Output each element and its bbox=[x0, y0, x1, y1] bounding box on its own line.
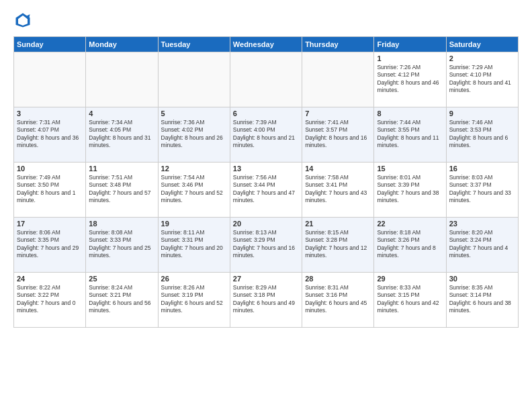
day-info: Sunrise: 7:39 AM Sunset: 4:00 PM Dayligh… bbox=[233, 119, 299, 150]
logo-icon bbox=[13, 11, 32, 30]
calendar: SundayMondayTuesdayWednesdayThursdayFrid… bbox=[13, 36, 519, 328]
day-info: Sunrise: 7:31 AM Sunset: 4:07 PM Dayligh… bbox=[17, 119, 83, 150]
calendar-week-row: 1Sunrise: 7:26 AM Sunset: 4:12 PM Daylig… bbox=[14, 52, 519, 107]
calendar-cell: 26Sunrise: 8:26 AM Sunset: 3:19 PM Dayli… bbox=[158, 273, 230, 328]
day-number: 22 bbox=[377, 220, 443, 228]
weekday-header: Sunday bbox=[14, 37, 86, 52]
day-info: Sunrise: 8:29 AM Sunset: 3:18 PM Dayligh… bbox=[233, 284, 299, 315]
calendar-cell: 7Sunrise: 7:41 AM Sunset: 3:57 PM Daylig… bbox=[302, 107, 374, 163]
calendar-cell bbox=[230, 52, 302, 107]
day-info: Sunrise: 7:44 AM Sunset: 3:55 PM Dayligh… bbox=[377, 119, 443, 150]
calendar-week-row: 3Sunrise: 7:31 AM Sunset: 4:07 PM Daylig… bbox=[14, 107, 519, 163]
calendar-cell bbox=[14, 52, 86, 107]
weekday-header: Wednesday bbox=[230, 37, 302, 52]
weekday-header: Friday bbox=[374, 37, 446, 52]
calendar-cell: 30Sunrise: 8:35 AM Sunset: 3:14 PM Dayli… bbox=[446, 273, 518, 328]
day-info: Sunrise: 8:06 AM Sunset: 3:35 PM Dayligh… bbox=[17, 229, 83, 260]
day-number: 21 bbox=[305, 220, 371, 228]
day-number: 4 bbox=[89, 109, 154, 118]
day-number: 2 bbox=[449, 54, 515, 62]
day-info: Sunrise: 7:58 AM Sunset: 3:41 PM Dayligh… bbox=[305, 174, 371, 205]
calendar-cell: 3Sunrise: 7:31 AM Sunset: 4:07 PM Daylig… bbox=[14, 107, 86, 163]
day-info: Sunrise: 7:34 AM Sunset: 4:05 PM Dayligh… bbox=[89, 119, 154, 150]
day-number: 8 bbox=[377, 109, 443, 118]
calendar-cell: 2Sunrise: 7:29 AM Sunset: 4:10 PM Daylig… bbox=[446, 52, 518, 107]
day-number: 6 bbox=[233, 109, 299, 118]
calendar-cell: 20Sunrise: 8:13 AM Sunset: 3:29 PM Dayli… bbox=[230, 218, 302, 273]
calendar-cell: 17Sunrise: 8:06 AM Sunset: 3:35 PM Dayli… bbox=[14, 218, 86, 273]
day-info: Sunrise: 8:18 AM Sunset: 3:26 PM Dayligh… bbox=[377, 229, 443, 260]
weekday-header: Thursday bbox=[302, 37, 374, 52]
calendar-cell: 14Sunrise: 7:58 AM Sunset: 3:41 PM Dayli… bbox=[302, 163, 374, 218]
day-number: 28 bbox=[305, 275, 371, 283]
day-number: 24 bbox=[17, 275, 83, 283]
day-info: Sunrise: 7:54 AM Sunset: 3:46 PM Dayligh… bbox=[161, 174, 227, 205]
calendar-cell: 10Sunrise: 7:49 AM Sunset: 3:50 PM Dayli… bbox=[14, 163, 86, 218]
calendar-cell: 15Sunrise: 8:01 AM Sunset: 3:39 PM Dayli… bbox=[374, 163, 446, 218]
day-info: Sunrise: 8:08 AM Sunset: 3:33 PM Dayligh… bbox=[89, 229, 154, 260]
calendar-week-row: 24Sunrise: 8:22 AM Sunset: 3:22 PM Dayli… bbox=[14, 273, 519, 328]
day-info: Sunrise: 7:49 AM Sunset: 3:50 PM Dayligh… bbox=[17, 174, 83, 205]
day-info: Sunrise: 7:29 AM Sunset: 4:10 PM Dayligh… bbox=[449, 64, 515, 95]
calendar-week-row: 17Sunrise: 8:06 AM Sunset: 3:35 PM Dayli… bbox=[14, 218, 519, 273]
day-info: Sunrise: 7:51 AM Sunset: 3:48 PM Dayligh… bbox=[89, 174, 154, 205]
day-number: 14 bbox=[305, 165, 371, 173]
day-info: Sunrise: 8:35 AM Sunset: 3:14 PM Dayligh… bbox=[449, 284, 515, 315]
day-number: 15 bbox=[377, 165, 443, 173]
calendar-cell: 5Sunrise: 7:36 AM Sunset: 4:02 PM Daylig… bbox=[158, 107, 230, 163]
day-number: 11 bbox=[89, 165, 154, 173]
day-number: 29 bbox=[377, 275, 443, 283]
day-number: 23 bbox=[449, 220, 515, 228]
calendar-cell: 12Sunrise: 7:54 AM Sunset: 3:46 PM Dayli… bbox=[158, 163, 230, 218]
calendar-cell bbox=[86, 52, 158, 107]
day-info: Sunrise: 7:41 AM Sunset: 3:57 PM Dayligh… bbox=[305, 119, 371, 150]
logo bbox=[13, 11, 35, 30]
calendar-cell: 25Sunrise: 8:24 AM Sunset: 3:21 PM Dayli… bbox=[86, 273, 158, 328]
day-number: 18 bbox=[89, 220, 154, 228]
day-number: 1 bbox=[377, 54, 443, 62]
day-info: Sunrise: 8:01 AM Sunset: 3:39 PM Dayligh… bbox=[377, 174, 443, 205]
day-number: 20 bbox=[233, 220, 299, 228]
weekday-header: Tuesday bbox=[158, 37, 230, 52]
day-info: Sunrise: 8:11 AM Sunset: 3:31 PM Dayligh… bbox=[161, 229, 227, 260]
calendar-cell: 8Sunrise: 7:44 AM Sunset: 3:55 PM Daylig… bbox=[374, 107, 446, 163]
day-number: 3 bbox=[17, 109, 83, 118]
header bbox=[13, 11, 519, 30]
day-info: Sunrise: 8:22 AM Sunset: 3:22 PM Dayligh… bbox=[17, 284, 83, 315]
calendar-cell: 28Sunrise: 8:31 AM Sunset: 3:16 PM Dayli… bbox=[302, 273, 374, 328]
calendar-cell: 18Sunrise: 8:08 AM Sunset: 3:33 PM Dayli… bbox=[86, 218, 158, 273]
calendar-cell: 11Sunrise: 7:51 AM Sunset: 3:48 PM Dayli… bbox=[86, 163, 158, 218]
calendar-header-row: SundayMondayTuesdayWednesdayThursdayFrid… bbox=[14, 37, 519, 52]
day-info: Sunrise: 7:46 AM Sunset: 3:53 PM Dayligh… bbox=[449, 119, 515, 150]
day-info: Sunrise: 8:03 AM Sunset: 3:37 PM Dayligh… bbox=[449, 174, 515, 205]
calendar-cell: 21Sunrise: 8:15 AM Sunset: 3:28 PM Dayli… bbox=[302, 218, 374, 273]
calendar-cell: 22Sunrise: 8:18 AM Sunset: 3:26 PM Dayli… bbox=[374, 218, 446, 273]
calendar-cell: 27Sunrise: 8:29 AM Sunset: 3:18 PM Dayli… bbox=[230, 273, 302, 328]
calendar-week-row: 10Sunrise: 7:49 AM Sunset: 3:50 PM Dayli… bbox=[14, 163, 519, 218]
day-number: 5 bbox=[161, 109, 227, 118]
calendar-cell: 29Sunrise: 8:33 AM Sunset: 3:15 PM Dayli… bbox=[374, 273, 446, 328]
day-info: Sunrise: 7:36 AM Sunset: 4:02 PM Dayligh… bbox=[161, 119, 227, 150]
day-info: Sunrise: 8:20 AM Sunset: 3:24 PM Dayligh… bbox=[449, 229, 515, 260]
calendar-cell: 16Sunrise: 8:03 AM Sunset: 3:37 PM Dayli… bbox=[446, 163, 518, 218]
calendar-cell: 9Sunrise: 7:46 AM Sunset: 3:53 PM Daylig… bbox=[446, 107, 518, 163]
day-number: 9 bbox=[449, 109, 515, 118]
day-info: Sunrise: 8:26 AM Sunset: 3:19 PM Dayligh… bbox=[161, 284, 227, 315]
calendar-cell: 4Sunrise: 7:34 AM Sunset: 4:05 PM Daylig… bbox=[86, 107, 158, 163]
day-number: 25 bbox=[89, 275, 154, 283]
calendar-cell bbox=[158, 52, 230, 107]
calendar-cell: 24Sunrise: 8:22 AM Sunset: 3:22 PM Dayli… bbox=[14, 273, 86, 328]
day-number: 19 bbox=[161, 220, 227, 228]
day-number: 7 bbox=[305, 109, 371, 118]
day-info: Sunrise: 7:56 AM Sunset: 3:44 PM Dayligh… bbox=[233, 174, 299, 205]
day-info: Sunrise: 8:33 AM Sunset: 3:15 PM Dayligh… bbox=[377, 284, 443, 315]
day-info: Sunrise: 8:13 AM Sunset: 3:29 PM Dayligh… bbox=[233, 229, 299, 260]
page: SundayMondayTuesdayWednesdayThursdayFrid… bbox=[0, 0, 532, 411]
day-number: 26 bbox=[161, 275, 227, 283]
weekday-header: Saturday bbox=[446, 37, 518, 52]
day-number: 27 bbox=[233, 275, 299, 283]
calendar-cell bbox=[302, 52, 374, 107]
calendar-cell: 13Sunrise: 7:56 AM Sunset: 3:44 PM Dayli… bbox=[230, 163, 302, 218]
weekday-header: Monday bbox=[86, 37, 158, 52]
day-number: 13 bbox=[233, 165, 299, 173]
